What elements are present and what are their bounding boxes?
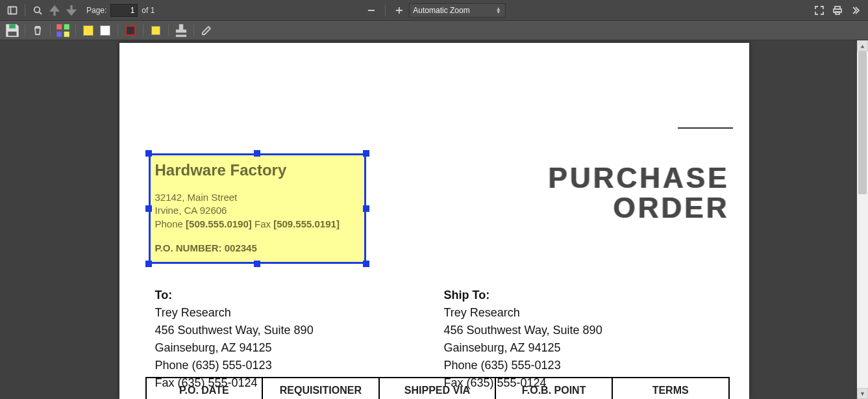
vendor-contact: Phone [509.555.0190] Fax [509.555.0191] (155, 218, 360, 231)
next-page-button[interactable] (63, 2, 80, 19)
svg-rect-14 (56, 31, 62, 36)
highlight-yellow-tool[interactable] (80, 22, 97, 39)
annotation-selection[interactable]: Hardware Factory 32142, Main Street Irvi… (149, 153, 366, 264)
vendor-addr1: 32142, Main Street (155, 191, 360, 204)
po-label: P.O. NUMBER: (155, 242, 225, 253)
pdf-page-1[interactable]: Hardware Factory 32142, Main Street Irvi… (119, 43, 749, 399)
white-swatch-icon (100, 25, 110, 36)
vendor-block: Hardware Factory 32142, Main Street Irvi… (149, 153, 366, 264)
fullscreen-icon (814, 5, 825, 16)
svg-rect-15 (64, 31, 69, 36)
svg-rect-12 (56, 24, 62, 29)
svg-rect-9 (836, 12, 839, 14)
separator (25, 5, 25, 16)
vendor-phone: [509.555.0190] (186, 218, 252, 229)
page-number-input[interactable] (110, 4, 138, 17)
title-line-2: ORDER (549, 193, 730, 223)
search-button[interactable] (29, 2, 46, 19)
color-grid-button[interactable] (55, 22, 71, 39)
bill-to-line: Phone (635) 555-0123 (155, 357, 314, 374)
zoom-controls: Automatic Zoom ▲▼ (362, 2, 505, 19)
vendor-addr2: Irvine, CA 92606 (155, 204, 360, 217)
zoom-out-button[interactable] (362, 2, 379, 19)
separator (50, 25, 51, 36)
page-label: Page: (86, 6, 106, 15)
ship-to-header: Ship To: (444, 287, 602, 304)
minus-icon (366, 5, 376, 16)
col-po-date: P.O. DATE (147, 378, 264, 399)
ship-to-block: Ship To: Trey Research 456 Southwest Way… (444, 287, 602, 392)
plus-icon (393, 5, 404, 16)
vertical-scrollbar[interactable]: ▲ ▼ (857, 40, 868, 399)
vendor-phone-label: Phone (155, 218, 186, 229)
draw-tool-button[interactable] (198, 22, 215, 39)
ship-to-line: 456 Southwest Way, Suite 890 (444, 322, 602, 339)
bill-to-line: 456 Southwest Way, Suite 890 (155, 322, 314, 339)
svg-point-2 (34, 6, 40, 12)
separator (118, 25, 118, 36)
bill-to-header: To: (155, 287, 314, 304)
col-requisitioner: REQUISITIONER (263, 378, 380, 399)
sidebar-toggle-button[interactable] (4, 2, 21, 19)
red-rect-icon (125, 25, 136, 36)
vendor-name: Hardware Factory (155, 161, 360, 179)
zoom-in-button[interactable] (390, 2, 407, 19)
more-tools-button[interactable] (847, 2, 864, 19)
separator (193, 25, 194, 36)
order-table-header: P.O. DATE REQUISITIONER SHIPPED VIA F.O.… (145, 377, 730, 399)
document-title: PURCHASE ORDER (549, 163, 730, 223)
highlight-white-tool[interactable] (97, 22, 114, 39)
col-shipped-via: SHIPPED VIA (380, 378, 497, 399)
save-button[interactable] (4, 22, 21, 39)
save-icon (4, 22, 21, 39)
separator (384, 5, 385, 16)
title-line-1: PURCHASE (549, 163, 730, 193)
pencil-icon (201, 25, 212, 36)
col-fob-point: F.O.B. POINT (496, 378, 613, 399)
delete-annotation-button[interactable] (29, 22, 46, 39)
ship-to-line: Trey Research (444, 304, 602, 322)
bill-to-block: To: Trey Research 456 Southwest Way, Sui… (155, 287, 314, 392)
separator (25, 25, 25, 36)
select-caret-icon: ▲▼ (496, 7, 501, 14)
print-icon (832, 5, 843, 16)
stamp-tool-button[interactable] (173, 22, 190, 39)
page-total: of 1 (142, 6, 155, 15)
separator (75, 25, 76, 36)
bill-to-line: Trey Research (155, 304, 314, 322)
bill-to-line: Gainseburg, AZ 94125 (155, 339, 314, 357)
scroll-down-button[interactable]: ▼ (857, 388, 868, 399)
stamp-icon (173, 22, 190, 39)
po-number: 002345 (225, 242, 257, 253)
scroll-up-button[interactable]: ▲ (857, 40, 868, 51)
prev-page-button[interactable] (46, 2, 63, 19)
chevrons-right-icon (850, 5, 861, 16)
arrow-up-icon (46, 2, 63, 19)
shape-tool-button[interactable] (122, 22, 139, 39)
yellow-swatch-icon (83, 25, 93, 36)
svg-rect-0 (8, 6, 17, 14)
scroll-thumb[interactable] (858, 51, 867, 194)
fullscreen-button[interactable] (811, 2, 828, 19)
svg-line-3 (39, 12, 42, 14)
col-terms: TERMS (613, 378, 728, 399)
arrow-down-icon (63, 2, 80, 19)
svg-rect-10 (8, 31, 17, 36)
scan-artifact (678, 127, 733, 129)
separator (168, 25, 169, 36)
note-icon (151, 26, 160, 35)
grid-icon (55, 22, 71, 39)
svg-rect-11 (9, 24, 16, 29)
sticky-note-tool[interactable] (147, 22, 164, 39)
toolbar-right-group (811, 2, 864, 19)
search-icon (32, 5, 43, 16)
vendor-fax: [509.555.0191] (273, 218, 340, 229)
zoom-mode-select[interactable]: Automatic Zoom ▲▼ (408, 3, 505, 18)
vendor-po: P.O. NUMBER: 002345 (155, 242, 360, 253)
sidebar-icon (7, 5, 18, 16)
trash-icon (32, 25, 43, 36)
print-button[interactable] (829, 2, 846, 19)
document-viewer[interactable]: Hardware Factory 32142, Main Street Irvi… (0, 40, 868, 399)
scroll-track[interactable] (857, 51, 868, 388)
ship-to-line: Phone (635) 555-0123 (444, 357, 602, 374)
